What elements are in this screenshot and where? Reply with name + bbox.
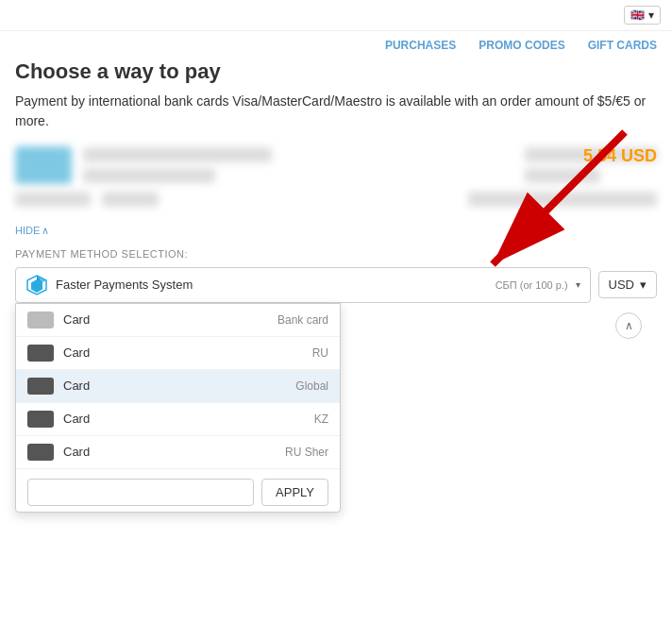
payment-method-label: PAYMENT METHOD SELECTION: <box>15 248 657 260</box>
dropdown-item-ru-sher[interactable]: Card RU Sher <box>16 436 340 469</box>
page-subtitle: Payment by international bank cards Visa… <box>15 92 657 131</box>
currency-value: USD <box>609 278 634 292</box>
payment-row: Faster Payments System СБП (or 100 р.) ▾… <box>15 267 657 303</box>
apply-row: APPLY <box>16 473 340 512</box>
chevron-up-icon: ∧ <box>625 319 633 332</box>
promo-input[interactable] <box>27 479 254 506</box>
currency-selector[interactable]: USD ▾ <box>598 271 657 298</box>
info-blur-6 <box>102 192 159 207</box>
price-badge: 5.54 USD <box>583 146 657 166</box>
card-icon-global <box>27 378 54 395</box>
payment-chevron-icon: ▾ <box>576 279 580 290</box>
chevron-up-icon: ∧ <box>42 225 49 237</box>
nav-promo-codes[interactable]: PROMO CODES <box>479 39 564 52</box>
dropdown-item-kz[interactable]: Card KZ <box>16 403 340 436</box>
order-info-section: 5.54 USD <box>15 146 657 207</box>
dropdown-item-type-1: RU <box>312 346 328 360</box>
payment-method-wrapper: Faster Payments System СБП (or 100 р.) ▾… <box>15 267 657 303</box>
dropdown-item-type-2: Global <box>295 379 328 393</box>
info-blur-5 <box>15 192 91 207</box>
main-content: Choose a way to pay Payment by internati… <box>0 59 672 640</box>
card-icon-kz <box>27 411 54 428</box>
payment-name: Faster Payments System <box>56 278 488 292</box>
dropdown-item-name-3: Card <box>63 412 305 426</box>
avatar-blur <box>15 146 72 184</box>
chevron-down-icon: ▾ <box>648 8 654 22</box>
apply-button[interactable]: APPLY <box>261 479 328 506</box>
dropdown-item-name-4: Card <box>63 445 276 459</box>
info-blur-7 <box>468 192 657 207</box>
page-title: Choose a way to pay <box>15 59 657 84</box>
lang-selector[interactable]: 🇬🇧 ▾ <box>624 6 661 25</box>
price-value: 5.54 <box>583 146 616 165</box>
info-blur-2 <box>83 168 215 183</box>
payment-selector[interactable]: Faster Payments System СБП (or 100 р.) ▾ <box>15 267 591 303</box>
dropdown-item-bank-card[interactable]: Card Bank card <box>16 304 340 337</box>
dropdown-item-global[interactable]: Card Global <box>16 370 340 403</box>
dropdown-item-type-0: Bank card <box>277 313 328 327</box>
top-bar: 🇬🇧 ▾ <box>0 0 672 31</box>
nav-bar: PURCHASES PROMO CODES GIFT CARDS <box>0 31 672 59</box>
currency-chevron-icon: ▾ <box>640 278 647 292</box>
fps-icon <box>25 274 48 296</box>
info-blur-4 <box>525 168 600 183</box>
dropdown-item-name-0: Card <box>63 312 268 327</box>
dropdown-item-name-1: Card <box>63 345 303 360</box>
hide-link[interactable]: HIDE ∧ <box>15 225 49 237</box>
scroll-up-button[interactable]: ∧ <box>615 312 642 339</box>
nav-purchases[interactable]: PURCHASES <box>385 39 456 52</box>
card-icon-ru <box>27 345 54 362</box>
flag-icon: 🇬🇧 <box>630 8 645 22</box>
nav-gift-cards[interactable]: GIFT CARDS <box>588 39 657 52</box>
dropdown-item-type-3: KZ <box>314 413 328 426</box>
dropdown-item-ru[interactable]: Card RU <box>16 337 340 370</box>
dropdown-item-type-4: RU Sher <box>285 446 328 459</box>
info-blur-1 <box>83 147 272 162</box>
card-icon-bank <box>27 312 54 328</box>
card-icon-ru-sher <box>27 444 54 461</box>
payment-dropdown: Card Bank card Card RU Card Global Card … <box>15 303 341 513</box>
dropdown-item-name-2: Card <box>63 379 286 393</box>
payment-sub: СБП (or 100 р.) <box>496 279 568 291</box>
